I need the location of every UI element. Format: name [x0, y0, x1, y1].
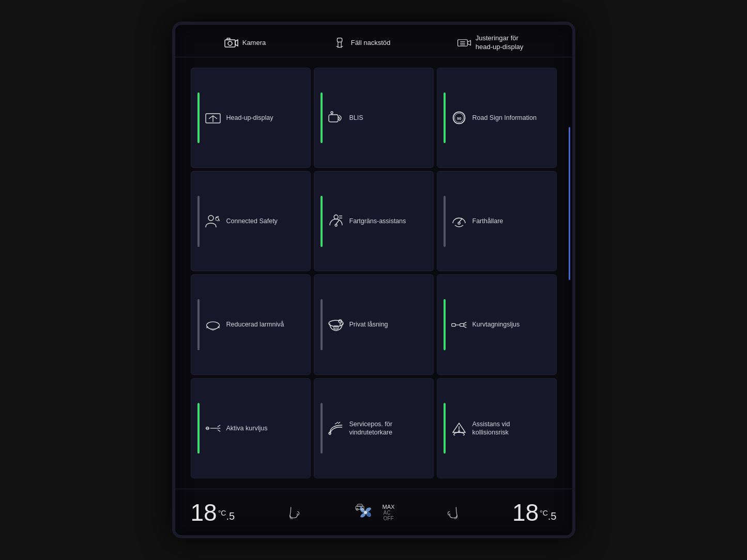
- center-controls: MAX ACOFF: [353, 502, 395, 523]
- ac-label: ACOFF: [384, 510, 394, 521]
- assistans-kollisionsrisk-item[interactable]: Assistans vidkollisionsrisk: [437, 378, 557, 478]
- blis-item[interactable]: BLIS: [314, 68, 434, 168]
- lock-icon: [328, 318, 344, 332]
- privat-lasning-label: Privat låsning: [349, 320, 388, 329]
- road-sign-info-label: Road Sign Information: [472, 114, 537, 122]
- hud-adjust-button[interactable]: Justeringar förhead-up-display: [457, 34, 524, 52]
- svg-line-21: [216, 216, 219, 217]
- blis-icon: [328, 111, 344, 125]
- svg-rect-4: [337, 38, 342, 42]
- svg-line-24: [336, 220, 339, 224]
- svg-point-54: [458, 430, 460, 432]
- top-bar: Kamera Fäll nackstöd Justeringar förhead…: [175, 25, 572, 57]
- fartgrans-assistans-label: Fartgräns-assistans: [349, 217, 406, 225]
- active-curve-icon: [205, 421, 221, 435]
- right-temp-unit: °C: [540, 509, 548, 517]
- svg-text:90: 90: [456, 116, 461, 120]
- svg-rect-38: [451, 323, 455, 326]
- svg-point-1: [228, 41, 232, 45]
- assistans-kollisionsrisk-label: Assistans vidkollisionsrisk: [472, 420, 510, 437]
- status-indicator: [197, 92, 200, 144]
- left-temp-unit: °C: [218, 509, 226, 517]
- farthallare-item[interactable]: Farthållare: [437, 171, 557, 271]
- status-indicator: [321, 196, 323, 247]
- kamera-button[interactable]: Kamera: [224, 37, 266, 49]
- head-up-display-item[interactable]: Head-up-display: [191, 68, 311, 168]
- right-temp-value: 18: [512, 501, 539, 524]
- svg-line-51: [335, 422, 338, 424]
- hud-adjust-label: Justeringar förhead-up-display: [476, 34, 524, 52]
- status-indicator: [444, 299, 446, 350]
- svg-point-14: [331, 112, 333, 114]
- alarm-icon: [205, 318, 221, 332]
- kamera-label: Kamera: [242, 39, 266, 46]
- svg-line-43: [463, 326, 466, 328]
- svg-line-49: [217, 430, 220, 432]
- cruise-icon: [451, 214, 467, 228]
- svg-point-33: [329, 320, 343, 326]
- svg-rect-0: [225, 40, 235, 47]
- left-temp-decimal: .5: [226, 510, 235, 522]
- seat-right[interactable]: [446, 505, 461, 520]
- seat-right-icon: [446, 505, 461, 520]
- aktiva-kurvljus-item[interactable]: Aktiva kurvljus: [191, 378, 311, 478]
- servicepos-vindrutetorkare-item[interactable]: Servicepos. förvindrutetorkare: [314, 378, 434, 478]
- svg-line-47: [217, 425, 220, 427]
- status-indicator: [444, 92, 446, 144]
- main-screen: Kamera Fäll nackstöd Justeringar förhead…: [172, 22, 575, 538]
- svg-point-25: [334, 215, 338, 219]
- seat-left[interactable]: [286, 505, 301, 520]
- hud-adjust-icon: [457, 37, 471, 49]
- status-indicator: [444, 196, 446, 247]
- svg-line-22: [219, 219, 219, 221]
- svg-point-28: [458, 222, 460, 224]
- fan-max-label: MAX: [383, 504, 395, 510]
- fan-area: MAX ACOFF: [353, 502, 395, 523]
- svg-line-29: [459, 219, 462, 222]
- status-indicator: [321, 92, 323, 144]
- svg-point-23: [335, 224, 337, 226]
- blis-label: BLIS: [349, 114, 363, 122]
- svg-point-56: [364, 511, 367, 514]
- left-temp-value: 18: [191, 501, 217, 524]
- kurvtagningsljus-label: Kurvtagningsljus: [472, 320, 520, 329]
- headrest-icon: [332, 37, 347, 49]
- farthallare-label: Farthållare: [472, 217, 504, 225]
- status-indicator: [321, 403, 323, 454]
- speed-assist-icon: [328, 214, 344, 228]
- curve-light-icon: [451, 318, 467, 332]
- road-sign-info-item[interactable]: 90 Road Sign Information: [437, 68, 557, 168]
- svg-point-20: [216, 217, 219, 221]
- connected-safety-label: Connected Safety: [226, 217, 278, 225]
- status-indicator: [197, 403, 200, 454]
- settings-grid: Head-up-display BLIS 90: [175, 57, 572, 489]
- camera-icon: [224, 37, 238, 49]
- right-temp-decimal: .5: [548, 510, 557, 522]
- fartgrans-assistans-item[interactable]: Fartgräns-assistans: [314, 171, 434, 271]
- status-indicator: [321, 299, 323, 350]
- svg-line-41: [463, 322, 466, 323]
- connected-safety-item[interactable]: Connected Safety: [191, 171, 311, 271]
- svg-marker-2: [235, 40, 238, 46]
- fan-icon: [353, 502, 378, 523]
- svg-line-52: [338, 422, 340, 424]
- svg-rect-40: [460, 323, 463, 326]
- road-sign-icon: 90: [451, 111, 467, 125]
- privat-lasning-item[interactable]: Privat låsning: [314, 274, 434, 375]
- svg-point-19: [208, 215, 214, 221]
- left-temp: 18 °C .5: [191, 501, 235, 524]
- reducerad-larmniva-item[interactable]: Reducerad larmnivå: [191, 274, 311, 375]
- fall-nackstod-label: Fäll nackstöd: [351, 39, 391, 46]
- svg-rect-3: [227, 38, 230, 40]
- status-indicator: [444, 403, 446, 454]
- fall-nackstod-button[interactable]: Fäll nackstöd: [332, 37, 391, 49]
- aktiva-kurvljus-label: Aktiva kurvljus: [226, 424, 268, 432]
- hud-icon: [205, 111, 221, 125]
- collision-icon: [451, 421, 467, 435]
- scroll-indicator: [569, 127, 570, 280]
- bottom-bar: 18 °C .5: [175, 489, 572, 535]
- seat-left-icon: [286, 505, 301, 520]
- kurvtagningsljus-item[interactable]: Kurvtagningsljus: [437, 274, 557, 375]
- wiper-icon: [328, 421, 344, 435]
- reducerad-larmniva-label: Reducerad larmnivå: [226, 320, 284, 329]
